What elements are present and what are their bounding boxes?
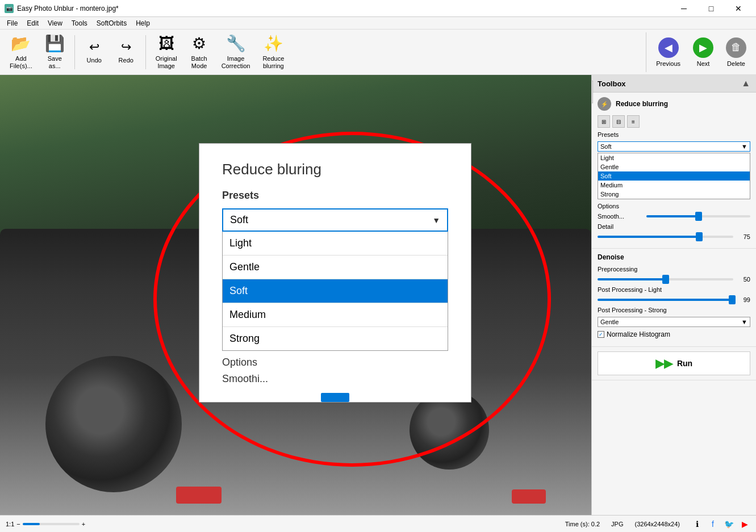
original-image-icon: 🖼 [158, 34, 174, 53]
presets-dropdown-selected[interactable]: Soft ▼ [222, 208, 448, 232]
toolbox-icon-btn-3[interactable]: ≡ [627, 115, 640, 128]
options-label: Options [222, 357, 257, 368]
undo-label: Undo [87, 57, 102, 64]
preprocessing-row: Preprocessing [598, 266, 750, 273]
reduce-blurring-button[interactable]: ✨ Reduceblurring [257, 32, 289, 72]
youtube-icon[interactable]: ▶ [739, 518, 750, 530]
facebook-icon[interactable]: f [707, 518, 719, 530]
previous-label: Previous [656, 60, 680, 67]
presets-dropdown-list: Light Gentle Soft Medium Strong [222, 232, 448, 351]
add-file-label: AddFile(s)... [10, 55, 32, 70]
post-strong-label: Post Processing - Strong [598, 307, 667, 313]
title-bar: 📷 Easy Photo Unblur - montero.jpg* ─ □ ✕ [0, 0, 756, 17]
toolbox-icon-btn-2[interactable]: ⊟ [612, 115, 625, 128]
detail-slider[interactable] [598, 236, 733, 238]
original-image-button[interactable]: 🖼 OriginalImage [151, 32, 182, 72]
tb-option-strong[interactable]: Strong [598, 190, 750, 199]
option-medium[interactable]: Medium [223, 303, 448, 327]
toolbox-icon-row: ⊞ ⊟ ≡ [598, 115, 750, 128]
menu-help[interactable]: Help [131, 17, 154, 29]
info-icon[interactable]: ℹ [691, 518, 703, 530]
next-button[interactable]: ▶ Next [688, 32, 719, 72]
redo-button[interactable]: ↪ Redo [111, 32, 141, 72]
zoom-plus-icon[interactable]: + [82, 521, 85, 527]
redo-label: Redo [119, 57, 133, 64]
tb-option-gentle[interactable]: Gentle [598, 162, 750, 171]
preprocessing-slider[interactable] [598, 278, 733, 280]
run-icon: ▶▶ [655, 357, 673, 370]
menu-edit[interactable]: Edit [22, 17, 43, 29]
canvas-dropdown-overlay: Reduce bluring Presets Soft ▼ Light Gent… [199, 143, 471, 403]
option-light[interactable]: Light [223, 232, 448, 255]
tb-option-soft[interactable]: Soft [598, 171, 750, 181]
main-area: Reduce bluring Presets Soft ▼ Light Gent… [0, 75, 756, 515]
delete-button[interactable]: 🗑 Delete [721, 32, 751, 72]
option-soft[interactable]: Soft [223, 279, 448, 303]
smoothing-slider[interactable] [646, 215, 750, 217]
presets-dropdown-container: Soft ▼ Light Gentle Soft Medium Strong [222, 208, 448, 351]
post-strong-arrow: ▼ [741, 319, 747, 325]
previous-button[interactable]: ◀ Previous [651, 32, 686, 72]
menu-file[interactable]: File [2, 17, 22, 29]
normalize-row: ✓ Normalize Histogram [598, 330, 750, 338]
toolbox-collapse-icon[interactable]: ▲ [741, 78, 750, 89]
image-correction-button[interactable]: 🔧 ImageCorrection [216, 32, 256, 72]
undo-icon: ↩ [89, 40, 99, 55]
zoom-slider[interactable] [23, 523, 80, 525]
batch-mode-label: BatchMode [191, 55, 207, 70]
denoise-header: Denoise [598, 253, 750, 261]
tb-option-medium[interactable]: Medium [598, 181, 750, 190]
reduce-blurring-section: ⚡ Reduce blurring ⊞ ⊟ ≡ Presets Soft ▼ L… [592, 93, 756, 249]
post-light-slider-thumb[interactable] [729, 295, 736, 304]
smoothing-slider-thumb[interactable] [695, 212, 702, 221]
post-light-slider[interactable] [598, 299, 733, 301]
reduce-blurring-label: Reduceblurring [262, 55, 284, 70]
delete-label: Delete [727, 60, 745, 67]
post-strong-dropdown[interactable]: Gentle ▼ [598, 317, 750, 327]
preprocessing-label: Preprocessing [598, 266, 643, 273]
run-label: Run [677, 359, 692, 368]
tb-option-light[interactable]: Light [598, 153, 750, 162]
menu-softorbits[interactable]: SoftOrbits [92, 17, 131, 29]
menu-tools[interactable]: Tools [67, 17, 92, 29]
menu-bar: File Edit View Tools SoftOrbits Help [0, 17, 756, 30]
image-correction-icon: 🔧 [226, 34, 246, 53]
reduce-blurring-section-title: Reduce blurring [616, 100, 668, 108]
tb-presets-dropdown[interactable]: Soft ▼ [598, 141, 750, 152]
save-as-button[interactable]: 💾 Saveas... [40, 32, 70, 72]
normalize-checkbox[interactable]: ✓ [598, 331, 604, 338]
overlay-presets-label: Presets [222, 190, 448, 202]
menu-view[interactable]: View [43, 17, 67, 29]
detail-slider-thumb[interactable] [696, 232, 703, 241]
next-label: Next [697, 60, 710, 67]
save-as-label: Saveas... [48, 55, 62, 70]
run-button[interactable]: ▶▶ Run [598, 351, 750, 375]
batch-mode-button[interactable]: ⚙ BatchMode [185, 32, 214, 72]
tb-dropdown-list: Light Gentle Soft Medium Strong [598, 153, 750, 199]
reduce-blurring-section-icon: ⚡ [598, 97, 611, 111]
undo-button[interactable]: ↩ Undo [80, 32, 109, 72]
smoothing-slider-fill [646, 215, 699, 217]
detail-label: Detail [598, 223, 643, 230]
option-gentle[interactable]: Gentle [223, 255, 448, 279]
toolbox-icon-btn-1[interactable]: ⊞ [598, 115, 610, 128]
minimize-button[interactable]: ─ [671, 0, 697, 17]
post-strong-value: Gentle [600, 319, 619, 325]
close-button[interactable]: ✕ [725, 0, 751, 17]
zoom-minus-icon[interactable]: − [16, 521, 20, 527]
redo-icon: ↪ [121, 40, 131, 55]
panel-collapse-handle[interactable]: ▲ [591, 81, 593, 103]
preprocessing-slider-thumb[interactable] [662, 275, 669, 284]
option-strong[interactable]: Strong [223, 327, 448, 350]
add-file-button[interactable]: 📂 AddFile(s)... [5, 32, 37, 72]
previous-icon: ◀ [658, 37, 679, 58]
preprocessing-slider-fill [598, 278, 666, 280]
twitter-icon[interactable]: 🐦 [723, 518, 734, 530]
maximize-button[interactable]: □ [698, 0, 724, 17]
status-zoom: 1:1 − + [6, 521, 85, 527]
batch-mode-icon: ⚙ [192, 34, 206, 53]
post-light-label-row: Post Processing - Light [598, 286, 750, 293]
toolbox-header: Toolbox ▲ [592, 75, 756, 93]
post-strong-label-row: Post Processing - Strong [598, 307, 750, 313]
presets-row: Presets [598, 131, 750, 138]
